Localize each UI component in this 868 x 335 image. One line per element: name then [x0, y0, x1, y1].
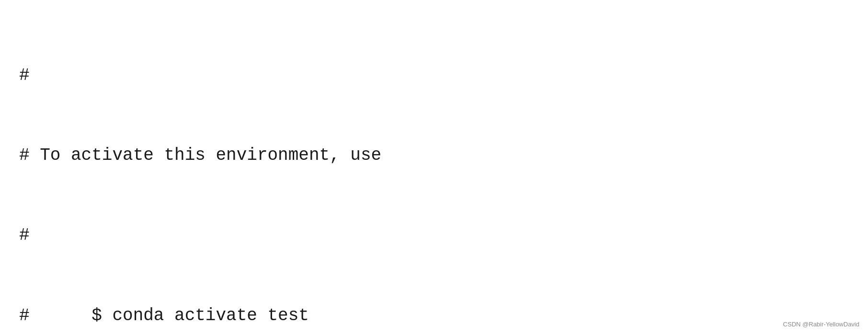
terminal-line-4: # $ conda activate test — [19, 302, 849, 329]
terminal-line-2: # To activate this environment, use — [19, 142, 849, 169]
terminal-line-3: # — [19, 222, 849, 249]
terminal-line-1: # — [19, 62, 849, 89]
watermark-text: CSDN @Rabir-YellowDavid — [783, 320, 859, 329]
terminal-output: # # To activate this environment, use # … — [0, 0, 868, 335]
